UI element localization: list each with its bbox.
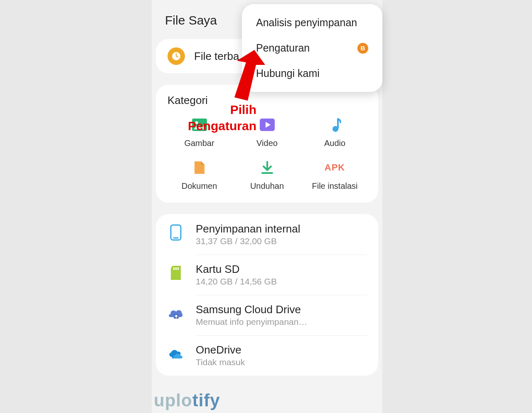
annotation-text: Pilih Pengaturan — [188, 101, 256, 134]
menu-contact-us[interactable]: Hubungi kami — [242, 61, 382, 86]
menu-item-label: Hubungi kami — [256, 67, 320, 79]
sdcard-icon — [167, 265, 184, 281]
apk-icon: APK — [327, 160, 343, 176]
samsung-cloud-icon — [167, 305, 184, 321]
storage-text: Kartu SD 14,20 GB / 14,56 GB — [196, 263, 367, 287]
watermark: uplotify — [154, 391, 220, 411]
menu-item-label: Analisis penyimpanan — [256, 17, 357, 29]
category-downloads[interactable]: Unduhan — [235, 160, 299, 191]
category-label: Video — [256, 138, 278, 148]
storage-title: Samsung Cloud Drive — [196, 303, 367, 316]
menu-storage-analysis[interactable]: Analisis penyimpanan — [242, 10, 382, 35]
storage-sub: 14,20 GB / 14,56 GB — [196, 277, 367, 287]
category-audio[interactable]: Audio — [303, 117, 367, 148]
phone-icon — [167, 224, 184, 241]
svg-rect-10 — [177, 267, 179, 270]
svg-rect-9 — [175, 267, 177, 270]
category-apk[interactable]: APK File instalasi — [303, 160, 367, 191]
video-icon — [259, 117, 275, 133]
storage-sub: Memuat info penyimpanan… — [196, 317, 367, 327]
storage-sdcard[interactable]: Kartu SD 14,20 GB / 14,56 GB — [156, 255, 378, 295]
clock-icon — [167, 47, 185, 65]
recent-files-label: File terba — [194, 50, 239, 63]
storage-onedrive[interactable]: OneDrive Tidak masuk — [156, 335, 378, 376]
storage-card: Penyimpanan internal 31,37 GB / 32,00 GB… — [156, 214, 378, 376]
onedrive-icon — [167, 345, 184, 362]
storage-title: Penyimpanan internal — [196, 223, 367, 235]
category-documents[interactable]: Dokumen — [167, 160, 231, 191]
download-icon — [259, 160, 275, 176]
document-icon — [192, 160, 207, 176]
menu-item-label: Pengaturan — [256, 42, 310, 54]
storage-samsung-cloud[interactable]: Samsung Cloud Drive Memuat info penyimpa… — [156, 295, 378, 335]
category-label: Gambar — [184, 138, 214, 148]
svg-point-4 — [332, 126, 338, 132]
storage-title: Kartu SD — [196, 263, 367, 276]
storage-text: Samsung Cloud Drive Memuat info penyimpa… — [196, 303, 367, 327]
category-label: Audio — [324, 138, 345, 148]
category-label: Dokumen — [182, 181, 217, 191]
storage-internal[interactable]: Penyimpanan internal 31,37 GB / 32,00 GB — [156, 214, 378, 255]
category-label: Unduhan — [250, 181, 284, 191]
overflow-menu: Analisis penyimpanan Pengaturan B Hubung… — [242, 4, 382, 92]
svg-rect-8 — [173, 267, 175, 270]
category-label: File instalasi — [312, 181, 357, 191]
storage-text: OneDrive Tidak masuk — [196, 344, 367, 367]
storage-title: OneDrive — [196, 344, 367, 356]
storage-sub: 31,37 GB / 32,00 GB — [196, 236, 367, 246]
storage-sub: Tidak masuk — [196, 357, 367, 367]
menu-settings[interactable]: Pengaturan B — [242, 35, 382, 61]
storage-text: Penyimpanan internal 31,37 GB / 32,00 GB — [196, 223, 367, 246]
audio-icon — [327, 117, 343, 133]
badge-icon: B — [357, 43, 368, 54]
